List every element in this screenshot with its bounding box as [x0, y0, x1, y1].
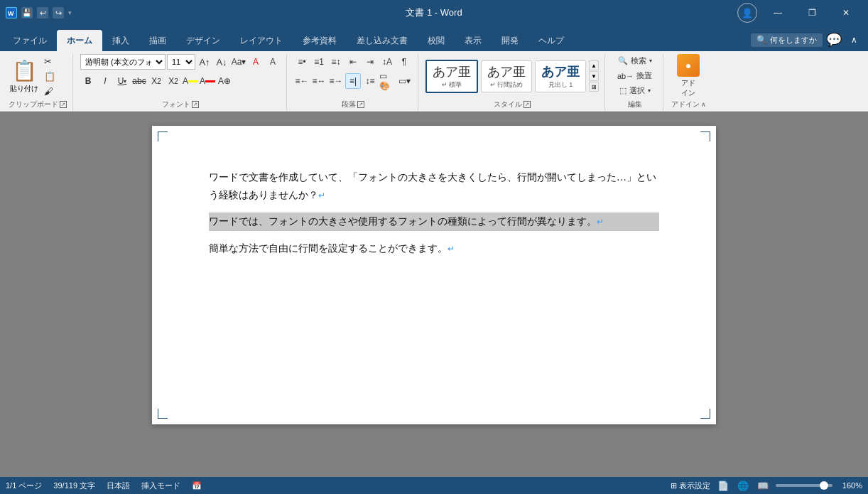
tab-help[interactable]: ヘルプ: [528, 30, 574, 51]
tab-review[interactable]: 校閲: [418, 30, 455, 51]
font-color-a: A: [183, 76, 188, 86]
search-dropdown[interactable]: ▾: [649, 58, 652, 64]
view-print-button[interactable]: 📄: [716, 480, 730, 491]
styles-expander[interactable]: ↗: [523, 101, 531, 108]
center-button[interactable]: ≡↔: [311, 73, 327, 89]
paste-button[interactable]: 📋 貼り付け: [9, 54, 40, 98]
sort-button[interactable]: ↕A: [379, 54, 395, 70]
format-painter-button[interactable]: 🖌: [42, 85, 58, 97]
numbering-button[interactable]: ≡1: [311, 54, 327, 70]
close-button[interactable]: ✕: [830, 0, 862, 26]
align-right-button[interactable]: ≡→: [328, 73, 344, 89]
styles-label: スタイル ↗: [425, 100, 599, 109]
ribbon-collapse[interactable]: ∧: [701, 101, 706, 108]
font-color-button[interactable]: A: [183, 73, 198, 89]
underline-button[interactable]: U ▾: [114, 73, 130, 89]
font-family-select[interactable]: 游明朝 (本文のフォン: [80, 54, 166, 70]
increase-indent-button[interactable]: ⇥: [362, 54, 378, 70]
user-icon[interactable]: 👤: [737, 3, 757, 23]
zoom-percent: 160%: [838, 481, 862, 490]
paragraph-3[interactable]: 簡単な方法で自由に行間を設定することができます。↵: [209, 240, 659, 257]
justify-button[interactable]: ≡|: [345, 73, 361, 89]
show-marks-button[interactable]: ¶: [396, 54, 412, 70]
bullets-button[interactable]: ≡•: [294, 54, 310, 70]
document-area: ワードで文書を作成していて、「フォントの大きさを大きくしたら、行間が開いてしまっ…: [0, 112, 868, 477]
align-left-button[interactable]: ≡←: [294, 73, 310, 89]
clipboard-expander[interactable]: ↗: [60, 101, 67, 108]
select-dropdown[interactable]: ▾: [648, 87, 651, 94]
paragraph-2[interactable]: ワードでは、フォントの大きさや使用するフォントの種類によって行間が異なります。↵: [209, 213, 659, 230]
tab-draw[interactable]: 描画: [139, 30, 176, 51]
styles-scroll-up[interactable]: ▲: [589, 60, 599, 70]
increase-font-size-button[interactable]: A↑: [197, 54, 212, 70]
style-compact[interactable]: あア亜 ↵ 行間詰め: [481, 60, 532, 92]
decrease-font-size-button[interactable]: A↓: [214, 54, 229, 70]
superscript-button[interactable]: X2: [166, 73, 181, 89]
style-heading1[interactable]: あア亜 見出し 1: [535, 60, 586, 92]
font-color-a-button[interactable]: A: [200, 73, 215, 89]
font-size-select[interactable]: 11: [167, 54, 195, 70]
tab-home[interactable]: ホーム: [57, 30, 102, 51]
paragraph-1[interactable]: ワードで文書を作成していて、「フォントの大きさを大きくしたら、行間が開いてしまっ…: [209, 168, 659, 204]
view-web-button[interactable]: 🌐: [736, 480, 750, 491]
bold-button[interactable]: B: [80, 73, 96, 89]
paragraph-expander[interactable]: ↗: [357, 101, 364, 108]
underline-label: U: [118, 76, 124, 86]
tab-insert[interactable]: 挿入: [102, 30, 139, 51]
tab-view[interactable]: 表示: [455, 30, 492, 51]
display-settings-label[interactable]: ⊞ 表示設定: [671, 480, 710, 491]
special-effects-button[interactable]: A⊕: [217, 73, 232, 89]
what-to-do[interactable]: 🔍 何をしますか: [751, 33, 823, 47]
style-standard[interactable]: あア亜 ↵ 標準: [425, 60, 478, 93]
multilevel-button[interactable]: ≡↕: [328, 54, 344, 70]
tab-layout[interactable]: レイアウト: [230, 30, 293, 51]
editing-group: 🔍 検索 ▾ ab→ 換置 ⬚ 選択 ▾ 編集: [607, 54, 663, 111]
tab-developer[interactable]: 開発: [492, 30, 528, 51]
select-button[interactable]: ⬚ 選択 ▾: [615, 84, 655, 97]
styles-expand[interactable]: ⊞: [589, 82, 599, 92]
border-button[interactable]: ▭▾: [396, 73, 412, 89]
editing-label-text: 編集: [628, 100, 642, 109]
styles-label-text: スタイル: [494, 100, 522, 109]
clipboard-content: 📋 貼り付け ✂ 📋 🖌: [9, 54, 67, 98]
titlebar-right: 👤 — ❐ ✕: [737, 0, 862, 26]
style-compact-label: ↵ 行間詰め: [490, 80, 523, 90]
document-page[interactable]: ワードで文書を作成していて、「フォントの大きさを大きくしたら、行間が開いてしまっ…: [152, 126, 716, 424]
comments-button[interactable]: 💬: [825, 31, 842, 48]
cut-button[interactable]: ✂: [42, 55, 58, 68]
ribbon-collapse-button[interactable]: ∧: [845, 31, 862, 48]
restore-button[interactable]: ❐: [796, 0, 828, 26]
search-button[interactable]: 🔍 検索 ▾: [614, 54, 656, 68]
editing-content: 🔍 検索 ▾ ab→ 換置 ⬚ 選択 ▾: [612, 54, 657, 98]
redo-btn[interactable]: ↪: [53, 7, 64, 18]
shading-button[interactable]: ▭🎨: [379, 73, 395, 89]
italic-button[interactable]: I: [97, 73, 113, 89]
font-expander[interactable]: ↗: [192, 101, 199, 108]
line-spacing-button[interactable]: ↕≡: [362, 73, 378, 89]
addin-button[interactable]: ● アドイン: [671, 54, 706, 98]
svg-text:W: W: [8, 10, 14, 17]
replace-button[interactable]: ab→ 換置: [613, 69, 656, 82]
tab-design[interactable]: デザイン: [176, 30, 230, 51]
underline-dropdown[interactable]: ▾: [124, 78, 126, 85]
copy-button[interactable]: 📋: [42, 70, 58, 82]
minimize-button[interactable]: —: [761, 0, 794, 26]
addin-label: アドイン: [681, 78, 695, 98]
tab-references[interactable]: 参考資料: [293, 30, 347, 51]
qat-more[interactable]: ▾: [68, 9, 72, 16]
styles-scroll-down[interactable]: ▼: [589, 71, 599, 81]
decrease-indent-button[interactable]: ⇤: [345, 54, 361, 70]
search-lamp-icon: 🔍: [756, 35, 767, 45]
save-btn[interactable]: 💾: [21, 7, 33, 18]
clear-format-button[interactable]: A: [265, 54, 281, 70]
zoom-slider[interactable]: [776, 484, 832, 487]
view-read-button[interactable]: 📖: [756, 480, 770, 491]
change-case-button[interactable]: Aa▾: [231, 54, 246, 70]
subscript-button[interactable]: X2: [148, 73, 164, 89]
tab-mailings[interactable]: 差し込み文書: [347, 30, 418, 51]
undo-btn[interactable]: ↩: [37, 7, 48, 18]
page-corner-tr: [700, 131, 710, 141]
text-highlight-button[interactable]: A: [248, 54, 264, 70]
tab-file[interactable]: ファイル: [3, 30, 57, 51]
strikethrough-button[interactable]: abc: [131, 73, 147, 89]
